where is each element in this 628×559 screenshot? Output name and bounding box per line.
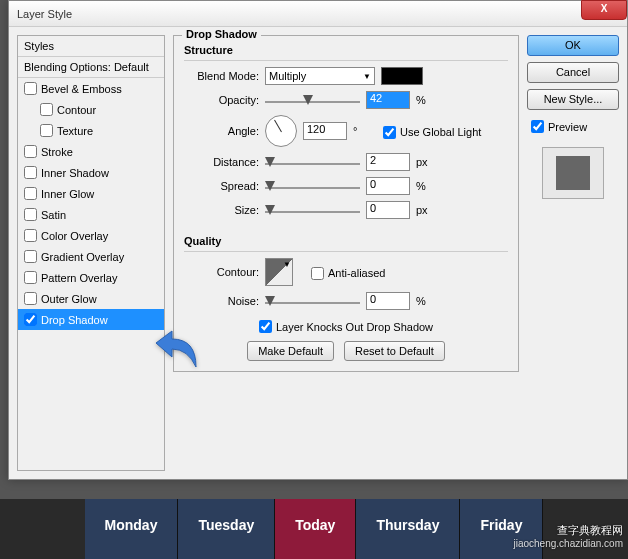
style-checkbox[interactable] [24,166,37,179]
style-item[interactable]: Drop Shadow [18,309,164,330]
tab-monday[interactable]: Monday [85,499,179,559]
style-checkbox[interactable] [24,82,37,95]
noise-slider[interactable] [265,294,360,308]
style-checkbox[interactable] [40,103,53,116]
style-label: Gradient Overlay [41,251,124,263]
style-checkbox[interactable] [24,229,37,242]
style-item[interactable]: Texture [18,120,164,141]
blend-mode-label: Blend Mode: [184,70,259,82]
size-input[interactable]: 0 [366,201,410,219]
close-button[interactable]: X [581,0,627,20]
style-item[interactable]: Inner Shadow [18,162,164,183]
right-buttons: OK Cancel New Style... Preview [527,35,619,471]
tab-today[interactable]: Today [275,499,356,559]
style-item[interactable]: Gradient Overlay [18,246,164,267]
style-label: Satin [41,209,66,221]
knocks-out-check[interactable]: Layer Knocks Out Drop Shadow [255,318,437,335]
style-checkbox[interactable] [40,124,53,137]
size-slider[interactable] [265,203,360,217]
global-light-label: Use Global Light [400,126,481,138]
style-label: Pattern Overlay [41,272,117,284]
spread-input[interactable]: 0 [366,177,410,195]
style-checkbox[interactable] [24,271,37,284]
noise-input[interactable]: 0 [366,292,410,310]
style-checkbox[interactable] [24,250,37,263]
anti-aliased-checkbox[interactable] [311,267,324,280]
style-item[interactable]: Outer Glow [18,288,164,309]
size-unit: px [416,204,436,216]
style-item[interactable]: Bevel & Emboss [18,78,164,99]
drop-shadow-fieldset: Drop Shadow Structure Blend Mode: Multip… [173,35,519,372]
tab-thursday[interactable]: Thursday [356,499,460,559]
style-label: Contour [57,104,96,116]
angle-unit: ° [353,125,373,137]
style-checkbox[interactable] [24,187,37,200]
preview-label: Preview [548,121,587,133]
angle-input[interactable]: 120 [303,122,347,140]
style-label: Texture [57,125,93,137]
blend-mode-value: Multiply [269,70,306,82]
tab-tuesday[interactable]: Tuesday [178,499,275,559]
color-swatch[interactable] [381,67,423,85]
styles-header[interactable]: Styles [18,36,164,57]
preview-check[interactable]: Preview [527,118,619,135]
opacity-input[interactable]: 42 [366,91,410,109]
preview-checkbox[interactable] [531,120,544,133]
style-item[interactable]: Contour [18,99,164,120]
distance-slider[interactable] [265,155,360,169]
style-item[interactable]: Satin [18,204,164,225]
opacity-unit: % [416,94,436,106]
quality-heading: Quality [184,235,508,247]
style-label: Outer Glow [41,293,97,305]
knocks-out-label: Layer Knocks Out Drop Shadow [276,321,433,333]
watermark-sub: jiaocheng.chazidian.com [513,538,623,549]
style-checkbox[interactable] [24,145,37,158]
style-item[interactable]: Pattern Overlay [18,267,164,288]
anti-aliased-label: Anti-aliased [328,267,385,279]
distance-label: Distance: [184,156,259,168]
callout-arrow-icon [148,315,208,375]
style-checkbox[interactable] [24,208,37,221]
style-label: Stroke [41,146,73,158]
style-checkbox[interactable] [24,292,37,305]
blending-options[interactable]: Blending Options: Default [18,57,164,78]
style-label: Inner Glow [41,188,94,200]
distance-input[interactable]: 2 [366,153,410,171]
anti-aliased-check[interactable]: Anti-aliased [307,265,389,282]
chevron-down-icon: ▼ [282,259,292,285]
style-item[interactable]: Inner Glow [18,183,164,204]
blend-mode-dropdown[interactable]: Multiply ▼ [265,67,375,85]
titlebar[interactable]: Layer Style X [9,1,627,27]
cancel-button[interactable]: Cancel [527,62,619,83]
ok-button[interactable]: OK [527,35,619,56]
angle-dial[interactable] [265,115,297,147]
styles-panel: Styles Blending Options: Default Bevel &… [17,35,165,471]
reset-default-button[interactable]: Reset to Default [344,341,445,361]
spread-label: Spread: [184,180,259,192]
contour-label: Contour: [184,266,259,278]
preview-swatch [542,147,604,199]
spread-slider[interactable] [265,179,360,193]
watermark-main: 查字典教程网 [513,523,623,538]
new-style-button[interactable]: New Style... [527,89,619,110]
style-item[interactable]: Color Overlay [18,225,164,246]
knocks-out-checkbox[interactable] [259,320,272,333]
style-label: Color Overlay [41,230,108,242]
make-default-button[interactable]: Make Default [247,341,334,361]
noise-label: Noise: [184,295,259,307]
contour-picker[interactable]: ▼ [265,258,293,286]
opacity-slider[interactable] [265,93,360,107]
main-panel: Drop Shadow Structure Blend Mode: Multip… [173,35,519,471]
noise-unit: % [416,295,436,307]
global-light-check[interactable]: Use Global Light [379,124,485,141]
structure-heading: Structure [184,44,508,56]
global-light-checkbox[interactable] [383,126,396,139]
style-checkbox[interactable] [24,313,37,326]
style-label: Inner Shadow [41,167,109,179]
style-label: Drop Shadow [41,314,108,326]
chevron-down-icon: ▼ [363,72,371,81]
watermark: 查字典教程网 jiaocheng.chazidian.com [513,523,623,549]
style-item[interactable]: Stroke [18,141,164,162]
opacity-label: Opacity: [184,94,259,106]
angle-label: Angle: [184,125,259,137]
